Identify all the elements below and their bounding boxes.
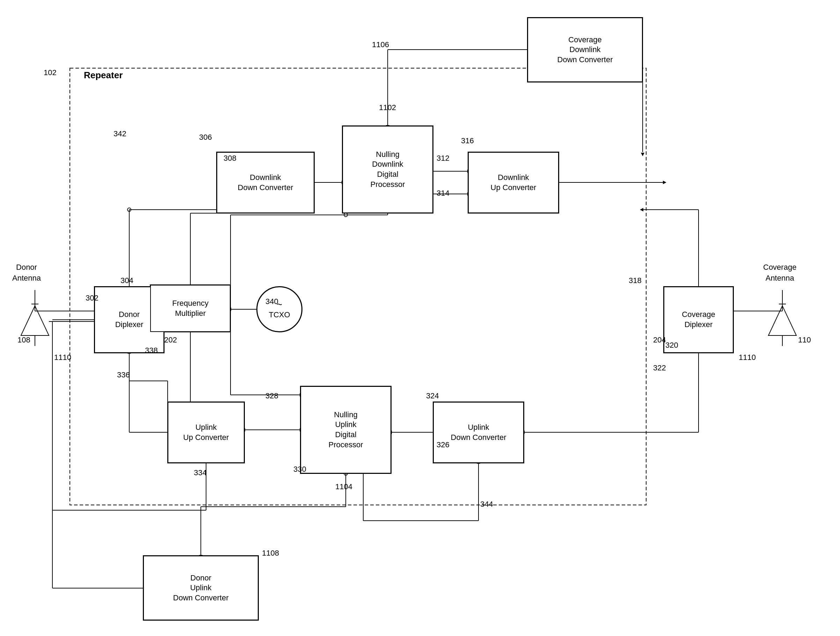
uplink-up-converter-label: Uplink Up Converter bbox=[183, 422, 229, 442]
label-204: 204 bbox=[653, 335, 666, 345]
uplink-down-converter-label: Uplink Down Converter bbox=[451, 422, 507, 442]
coverage-antenna-label: CoverageAntenna bbox=[763, 262, 796, 284]
label-334: 334 bbox=[194, 468, 207, 477]
nulling-uplink-digital-processor: Nulling Uplink Digital Processor bbox=[300, 386, 391, 473]
label-312: 312 bbox=[437, 154, 450, 163]
uplink-down-converter: Uplink Down Converter bbox=[433, 402, 524, 463]
label-326: 326 bbox=[437, 440, 450, 449]
label-1110-right: 1110 bbox=[739, 353, 756, 362]
label-340: 340 bbox=[265, 297, 278, 306]
label-1108: 1108 bbox=[262, 549, 279, 558]
donor-uplink-down-converter: Donor Uplink Down Converter bbox=[143, 555, 259, 620]
label-304: 304 bbox=[120, 276, 133, 285]
label-202: 202 bbox=[164, 335, 177, 345]
label-338: 338 bbox=[145, 346, 158, 355]
label-108: 108 bbox=[17, 335, 30, 345]
label-1106: 1106 bbox=[372, 40, 389, 49]
label-308: 308 bbox=[224, 154, 237, 163]
svg-marker-41 bbox=[663, 181, 666, 184]
label-344: 344 bbox=[480, 500, 493, 509]
downlink-up-converter: Downlink Up Converter bbox=[468, 152, 559, 213]
label-1110-left: 1110 bbox=[54, 353, 71, 362]
label-328: 328 bbox=[265, 391, 278, 400]
label-318: 318 bbox=[629, 276, 642, 285]
coverage-diplexer-label: Coverage Diplexer bbox=[682, 310, 715, 329]
label-316: 316 bbox=[461, 136, 474, 146]
nulling-uplink-dp-label: Nulling Uplink Digital Processor bbox=[328, 410, 363, 450]
label-302: 302 bbox=[85, 294, 98, 303]
nulling-downlink-digital-processor: Nulling Downlink Digital Processor bbox=[342, 126, 433, 213]
tcxo: ~ TCXO bbox=[257, 286, 302, 332]
donor-uplink-down-converter-label: Donor Uplink Down Converter bbox=[173, 573, 229, 603]
label-306: 306 bbox=[199, 133, 212, 142]
donor-antenna-label: DonorAntenna bbox=[12, 262, 41, 284]
donor-diplexer-label: Donor Diplexer bbox=[115, 310, 144, 329]
label-320: 320 bbox=[665, 341, 678, 350]
nulling-downlink-dp-label: Nulling Downlink Digital Processor bbox=[370, 150, 405, 190]
label-330: 330 bbox=[294, 465, 306, 474]
label-314: 314 bbox=[437, 189, 450, 198]
label-1104: 1104 bbox=[335, 482, 352, 491]
label-322: 322 bbox=[653, 364, 666, 372]
frequency-multiplier-label: Frequency Multiplier bbox=[172, 298, 208, 318]
frequency-multiplier: Frequency Multiplier bbox=[150, 285, 231, 332]
downlink-down-converter-label: Downlink Down Converter bbox=[238, 172, 294, 193]
coverage-downlink-down-converter-label: Coverage Downlink Down Converter bbox=[557, 35, 613, 65]
uplink-up-converter: Uplink Up Converter bbox=[167, 402, 245, 463]
coverage-downlink-down-converter: Coverage Downlink Down Converter bbox=[527, 17, 643, 82]
repeater-label: Repeater bbox=[84, 70, 123, 81]
label-102: 102 bbox=[44, 68, 57, 77]
label-1102: 1102 bbox=[379, 103, 396, 112]
label-342: 342 bbox=[114, 129, 126, 138]
label-336: 336 bbox=[117, 370, 130, 380]
tcxo-label: TCXO bbox=[268, 310, 290, 320]
label-110: 110 bbox=[798, 335, 811, 345]
label-324: 324 bbox=[426, 391, 439, 400]
svg-marker-100 bbox=[641, 153, 644, 156]
svg-marker-44 bbox=[640, 208, 643, 211]
downlink-up-converter-label: Downlink Up Converter bbox=[491, 172, 537, 193]
